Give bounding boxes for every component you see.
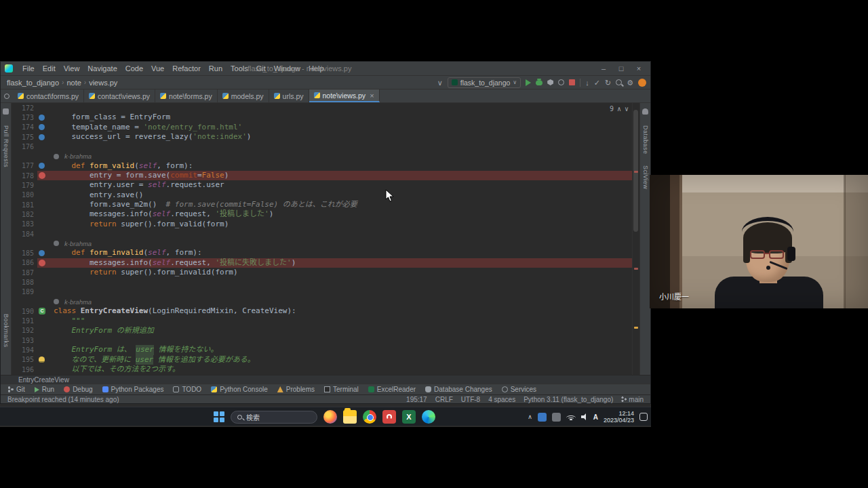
code-line[interactable]: 189 (12, 287, 639, 297)
code-line[interactable]: 194 EntryForm は、 user 情報を持たない。 (12, 345, 639, 354)
notifications-bell-icon[interactable] (642, 108, 648, 115)
menu-view[interactable]: View (60, 64, 84, 73)
breakpoint-icon[interactable] (39, 260, 45, 266)
status-crlf[interactable]: CRLF (435, 396, 453, 403)
explorer-icon[interactable] (343, 410, 357, 424)
close-icon[interactable]: × (630, 62, 648, 75)
tab-note-views-py[interactable]: note\views.py× (309, 89, 380, 102)
status-utf-8[interactable]: UTF-8 (461, 396, 480, 403)
toolwindow-python-console[interactable]: Python Console (211, 386, 268, 393)
tab-contact-views-py[interactable]: contact\views.py (84, 89, 155, 102)
menu-file[interactable]: File (18, 64, 39, 73)
override-marker-icon[interactable] (39, 250, 45, 256)
override-marker-icon[interactable] (39, 163, 45, 169)
scope-breadcrumb[interactable]: EntryCreateView (1, 375, 650, 384)
author-inlay[interactable]: k-brahma (12, 239, 639, 248)
chevron-down-icon[interactable]: ∨ (437, 78, 443, 87)
tab-note-forms-py[interactable]: note\forms.py (155, 89, 218, 102)
firefox-icon[interactable] (323, 410, 337, 424)
override-marker-icon[interactable] (39, 134, 45, 140)
code-line[interactable]: 174 template_name = 'note/entry_form.htm… (12, 123, 639, 132)
prev-problem-icon[interactable]: ∧ (617, 105, 621, 113)
code-line[interactable]: 183 return super().form_valid(form) (12, 220, 639, 229)
tool-stripe-database[interactable]: Database (642, 125, 649, 155)
status-195-17[interactable]: 195:17 (406, 396, 427, 403)
toolwindow-problems[interactable]: Problems (277, 386, 315, 393)
status-4-spaces[interactable]: 4 spaces (488, 396, 515, 403)
excel-icon[interactable] (402, 410, 416, 424)
override-marker-icon[interactable] (39, 124, 45, 130)
toolwindow-database-changes[interactable]: Database Changes (425, 386, 492, 393)
code-area[interactable]: 172173 form_class = EntryForm174 templat… (12, 103, 639, 374)
code-line[interactable]: 188 (12, 277, 639, 287)
code-line[interactable]: 195 なので、更新時に user 情報を追加する必要がある。 (12, 355, 639, 365)
toolwindow-services[interactable]: Services (502, 386, 536, 393)
status-python-3-11-flask-to-django-[interactable]: Python 3.11 (flask_to_django) (524, 396, 613, 403)
taskbar-search[interactable]: 検索 (231, 411, 317, 424)
start-button[interactable] (214, 411, 224, 422)
gutter[interactable] (37, 258, 54, 268)
error-stripe[interactable] (632, 103, 639, 375)
class-marker-icon[interactable]: C (39, 308, 45, 314)
chrome-icon[interactable] (363, 410, 376, 424)
tab-contact-forms-py[interactable]: contact\forms.py (13, 89, 84, 102)
code-line[interactable]: 173 form_class = EntryForm (12, 113, 639, 122)
notification-center-icon[interactable] (639, 413, 648, 421)
account-avatar[interactable] (638, 79, 646, 87)
code-line[interactable]: 196 以下では、その方法を2つ示す。 (12, 365, 639, 374)
code-line[interactable]: 190Cclass EntryCreateView(LoginRequiredM… (12, 306, 639, 316)
code-line[interactable]: 193 (12, 336, 639, 345)
maximize-icon[interactable]: □ (612, 62, 630, 75)
run-button[interactable] (526, 79, 531, 86)
profiler-button[interactable] (558, 79, 564, 85)
code-line[interactable]: 192 EntryForm の新規追加 (12, 326, 639, 336)
wifi-icon[interactable] (566, 413, 576, 420)
stop-button[interactable] (569, 79, 575, 85)
debug-button[interactable] (536, 80, 542, 85)
update-project-icon[interactable]: ↓ (585, 78, 589, 87)
toolwindow-python-packages[interactable]: Python Packages (102, 386, 164, 393)
menu-code[interactable]: Code (121, 64, 147, 73)
code-line[interactable]: 180 entry.save() (12, 190, 639, 200)
git-branch-widget[interactable]: main (621, 396, 644, 403)
code-line[interactable]: 178 entry = form.save(commit=False) (12, 171, 639, 180)
code-line[interactable]: 177 def form_valid(self, form): (12, 161, 639, 171)
override-marker-icon[interactable] (39, 115, 45, 121)
volume-icon[interactable] (581, 413, 588, 420)
breadcrumb-flask-to-django[interactable]: flask_to_django (5, 79, 61, 87)
code-line[interactable]: 184 (12, 229, 639, 239)
code-line[interactable]: 181 form.save_m2m() # form.save(commit=F… (12, 200, 639, 209)
settings-gear-icon[interactable]: ⚙ (627, 78, 633, 87)
code-line[interactable]: 182 messages.info(self.request, '投稿しました'… (12, 209, 639, 219)
minimize-icon[interactable]: – (595, 62, 612, 75)
menu-vue[interactable]: Vue (147, 64, 168, 73)
toolwindow-run[interactable]: Run (35, 386, 54, 393)
select-opened-file-icon[interactable] (1, 89, 13, 102)
code-line[interactable]: 185 def form_invalid(self, form): (12, 248, 639, 258)
code-line[interactable]: 187 return super().form_invalid(form) (12, 268, 639, 277)
code-line[interactable]: 172 (12, 103, 639, 113)
tool-stripe-sciview[interactable]: SciView (642, 165, 649, 189)
breadcrumb-views-py[interactable]: views.py (87, 79, 119, 87)
toolwindow-excelreader[interactable]: ExcelReader (368, 386, 416, 393)
tool-stripe-bookmarks[interactable]: Bookmarks (3, 314, 9, 348)
code-line[interactable]: 176 (12, 142, 639, 151)
project-tool-icon[interactable] (3, 108, 9, 115)
coverage-button[interactable] (547, 79, 553, 85)
code-editor[interactable]: 172173 form_class = EntryForm174 templat… (12, 103, 639, 375)
taskbar-clock[interactable]: 12:14 2023/04/23 (604, 410, 634, 424)
toolwindow-debug[interactable]: Debug (64, 386, 92, 393)
code-line[interactable]: 175 success_url = reverse_lazy('note:ind… (12, 132, 639, 142)
history-icon[interactable]: ↻ (605, 78, 611, 87)
code-line[interactable]: 191 """ (12, 317, 639, 326)
menu-navigate[interactable]: Navigate (83, 64, 121, 73)
tool-stripe-pull-requests[interactable]: Pull Requests (3, 125, 9, 167)
tray-app-icon[interactable] (552, 413, 561, 422)
next-problem-icon[interactable]: ∨ (625, 105, 629, 113)
close-icon[interactable]: × (370, 92, 374, 100)
commit-icon[interactable]: ✓ (594, 78, 600, 87)
author-inlay[interactable]: k-brahma (12, 297, 639, 306)
gutter[interactable] (37, 171, 54, 180)
menu-refactor[interactable]: Refactor (168, 64, 205, 73)
tray-app-icon[interactable] (538, 413, 547, 422)
